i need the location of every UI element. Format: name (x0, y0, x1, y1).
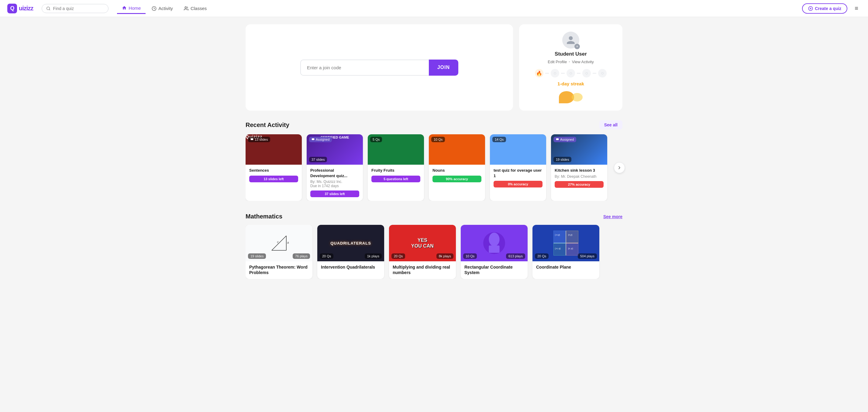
view-activity-link[interactable]: View Activity (572, 60, 594, 64)
pythagorean-plays-badge: 76 plays (293, 253, 310, 259)
svg-rect-14 (489, 246, 499, 253)
profile-name: Student User (555, 51, 587, 57)
streak-row: 🔥 ○ ○ ○ ○ (535, 69, 607, 77)
card-test-quiz-badge: 14 Qs (492, 137, 506, 142)
plus-circle-icon (808, 6, 813, 11)
pythagorean-slides-badge: 19 slides (248, 253, 266, 259)
streak-dot-5: ○ (598, 69, 607, 77)
edit-profile-link[interactable]: Edit Profile (548, 60, 567, 64)
nav-activity-label: Activity (158, 6, 173, 11)
math-card-rectangular-coordinate-body: Rectangular Coordinate System (461, 261, 528, 279)
card-fruity-fruits-thumb: 5 Qs (368, 134, 424, 165)
users-icon (184, 6, 189, 11)
streak-line-3 (577, 73, 581, 73)
nav-link-activity[interactable]: Activity (147, 3, 178, 13)
join-card: JOIN (246, 24, 513, 110)
card-sentences-thumb: Quizizz 13 slides (246, 134, 302, 165)
search-input[interactable] (53, 6, 104, 11)
menu-button[interactable]: ≡ (852, 4, 861, 13)
see-all-button[interactable]: See all (599, 120, 622, 129)
recent-activity-cards-row: Quizizz 13 slides Sentences 13 slides le… (246, 134, 622, 201)
math-card-rectangular-coordinate-title: Rectangular Coordinate System (464, 264, 524, 275)
multiplying-plays-badge: 8k plays (436, 253, 454, 259)
descartes-illustration (482, 231, 506, 255)
create-quiz-label: Create a quiz (815, 6, 841, 11)
logo-icon: Q (7, 4, 17, 13)
card-professional-dev-body: Professional Development quiz... By: Ms.… (307, 165, 363, 201)
card-fruity-fruits[interactable]: 5 Qs Fruity Fruits 5 questions left (368, 134, 424, 201)
recent-activity-cards-container: Quizizz 13 slides Sentences 13 slides le… (246, 134, 622, 201)
card-kitchen-sink-thumb: Assigned 19 slides (551, 134, 607, 165)
nav-link-classes[interactable]: Classes (179, 3, 212, 13)
create-quiz-button[interactable]: Create a quiz (802, 3, 847, 14)
card-fruity-fruits-title: Fruity Fruits (371, 168, 420, 173)
card-test-quiz-thumb: 14 Qs (490, 134, 546, 165)
streak-dot-2: ○ (551, 69, 559, 77)
see-more-button[interactable]: See more (603, 214, 622, 219)
card-nouns[interactable]: 10 Qs Nouns 90% accuracy (429, 134, 485, 201)
math-card-quadrilaterals-thumb: QUADRILATERALS 20 Qs 1k plays (317, 225, 384, 261)
svg-rect-4 (251, 138, 253, 140)
recent-activity-next-button[interactable] (614, 162, 625, 173)
avatar-add-icon[interactable]: + (575, 44, 580, 49)
card-kitchen-sink-body: Kitchen sink lesson 3 By: Mr. Deepak Che… (551, 165, 607, 191)
logo[interactable]: Q uizizz (7, 4, 33, 13)
svg-line-9 (272, 236, 286, 250)
math-card-pythagorean-stats: 19 slides 76 plays (248, 253, 310, 259)
navbar: Q uizizz Home Activity Classes Create a … (0, 0, 868, 17)
card-nouns-progress: 90% accuracy (432, 176, 482, 182)
math-card-pythagorean-thumb: c a 19 slides 76 plays (246, 225, 312, 261)
clock-icon (152, 6, 157, 11)
coordinate-plane-illustration: (-x,y) (x,y) (-x,-y) (x,-y) (552, 229, 580, 257)
svg-point-2 (185, 7, 186, 8)
home-icon (122, 5, 127, 10)
chevron-right-icon (617, 165, 622, 170)
card-sentences-body: Sentences 13 slides left (246, 165, 302, 186)
streak-blob-2 (572, 93, 583, 101)
math-card-multiplying-body: Multiplying and dividing real numbers (389, 261, 456, 279)
math-card-rectangular-coordinate-thumb: 10 Qs 613 plays (461, 225, 528, 261)
join-code-input[interactable] (300, 60, 429, 76)
math-card-pythagorean-title: Pythagorean Theorem: Word Problems (249, 264, 309, 275)
math-card-coordinate-plane-body: Coordinate Plane (532, 261, 599, 274)
card-fruity-fruits-progress: 5 questions left (371, 176, 420, 182)
math-card-pythagorean[interactable]: c a 19 slides 76 plays Pythagorean Theor… (246, 225, 312, 279)
join-form: JOIN (300, 60, 458, 76)
search-bar (42, 4, 108, 13)
quadrilaterals-plays-badge: 1k plays (365, 253, 382, 259)
card-nouns-badge: 10 Qs (431, 137, 445, 142)
nav-home-label: Home (129, 5, 141, 11)
math-card-quadrilaterals[interactable]: QUADRILATERALS 20 Qs 1k plays Interventi… (317, 225, 384, 279)
card-professional-dev-meta-due: Due in 1742 days (310, 184, 359, 188)
card-kitchen-sink[interactable]: Assigned 19 slides Kitchen sink lesson 3… (551, 134, 607, 201)
card-test-quiz[interactable]: 14 Qs test quiz for overage user 1 0% ac… (490, 134, 546, 201)
join-button[interactable]: JOIN (429, 60, 458, 76)
math-card-coordinate-plane-stats: 20 Qs 504 plays (535, 253, 597, 259)
card-sentences-badge: 13 slides (248, 137, 270, 142)
svg-text:c: c (277, 240, 279, 244)
math-card-coordinate-plane-thumb: (-x,y) (x,y) (-x,-y) (x,-y) 20 Qs 504 pl… (532, 225, 599, 261)
rectangular-coordinate-plays-badge: 613 plays (506, 253, 525, 259)
card-test-quiz-progress: 0% accuracy (494, 181, 542, 187)
card-professional-dev-progress: 37 slides left (310, 191, 359, 197)
math-card-multiplying-stats: 20 Qs 8k plays (392, 253, 454, 259)
card-professional-dev-badge: 37 slides (309, 157, 327, 162)
card-kitchen-sink-assigned-badge: Assigned (553, 137, 576, 142)
math-card-quadrilaterals-body: Intervention Quadrilaterals (317, 261, 384, 274)
math-card-coordinate-plane[interactable]: (-x,y) (x,y) (-x,-y) (x,-y) 20 Qs 504 pl… (532, 225, 599, 279)
math-card-rectangular-coordinate[interactable]: 10 Qs 613 plays Rectangular Coordinate S… (461, 225, 528, 279)
svg-text:(x,-y): (x,-y) (568, 247, 573, 250)
math-card-multiplying[interactable]: YESYOU CAN 20 Qs 8k plays Multiplying an… (389, 225, 456, 279)
math-card-multiplying-title: Multiplying and dividing real numbers (393, 264, 452, 275)
recent-activity-section: Recent Activity See all Quizizz 13 slide… (246, 120, 622, 201)
card-professional-dev[interactable]: CERTIFIED GAME Assigned 37 slides Profes… (307, 134, 363, 201)
avatar-icon (566, 35, 576, 45)
card-kitchen-sink-badge: 19 slides (553, 157, 571, 162)
svg-text:(x,y): (x,y) (568, 233, 572, 236)
svg-rect-6 (556, 138, 559, 140)
card-sentences[interactable]: Quizizz 13 slides Sentences 13 slides le… (246, 134, 302, 201)
card-nouns-title: Nouns (432, 168, 482, 173)
search-icon (46, 6, 51, 11)
nav-link-home[interactable]: Home (117, 3, 146, 14)
math-card-quadrilaterals-stats: 20 Qs 1k plays (320, 253, 382, 259)
